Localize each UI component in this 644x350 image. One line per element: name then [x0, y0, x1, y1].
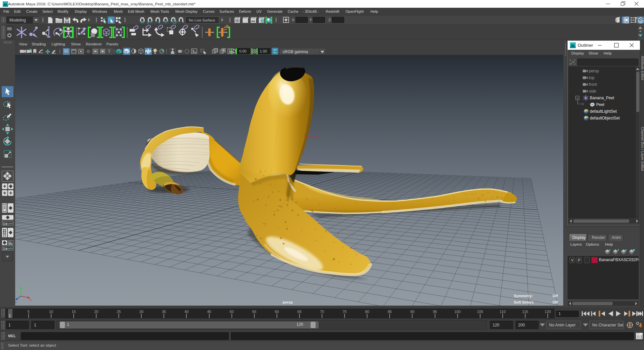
svg-text:{;}: {;}	[637, 336, 642, 339]
svg-text:ON: ON	[273, 50, 277, 53]
svg-text:T: T	[108, 49, 111, 54]
svg-text:z: z	[15, 301, 17, 304]
svg-text:IPR: IPR	[251, 20, 255, 23]
svg-text:y: y	[20, 284, 21, 287]
svg-text:x: x	[30, 298, 32, 302]
